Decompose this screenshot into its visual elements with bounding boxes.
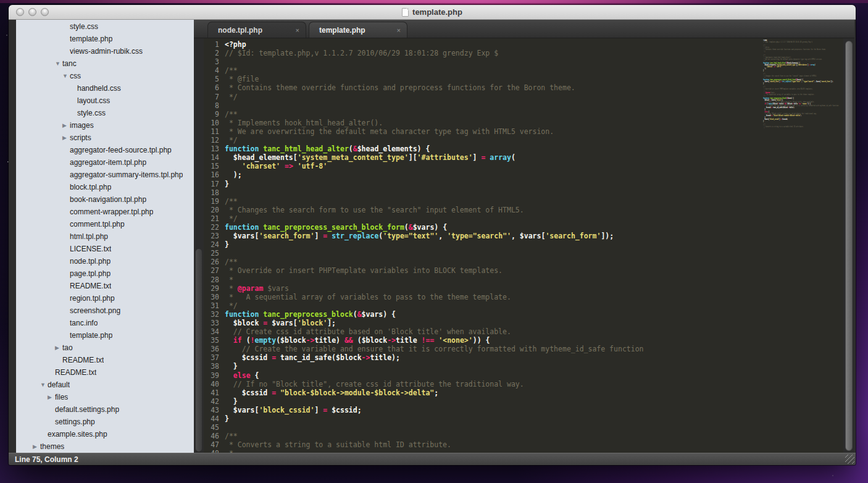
tree-item-label: node.tpl.php — [70, 257, 111, 266]
sidebar-folder-tanc[interactable]: ▼tanc — [16, 57, 194, 70]
sidebar-item-layout-css[interactable]: layout.css — [16, 94, 194, 107]
code-line-6: 6 * Contains theme override functions an… — [204, 83, 843, 92]
sidebar-item-comment-wrapper-tpl-php[interactable]: comment-wrapper.tpl.php — [16, 206, 194, 218]
line-number: 29 — [204, 284, 225, 293]
line-number: 1 — [204, 40, 225, 49]
disclosure-closed-icon[interactable]: ▶ — [62, 135, 70, 141]
line-number: 12 — [204, 136, 225, 145]
tab-node-tpl-php[interactable]: node.tpl.php× — [207, 22, 306, 38]
disclosure-closed-icon[interactable]: ▶ — [33, 443, 40, 450]
code-text — [225, 57, 229, 66]
line-number: 28 — [204, 275, 225, 284]
sidebar-item-license-txt[interactable]: LICENSE.txt — [16, 243, 194, 255]
code-text: * Converts a string to a suitable html I… — [225, 440, 451, 449]
code-line-19: 19/** — [204, 197, 843, 206]
sidebar-item-aggregator-feed-source-tpl-php[interactable]: aggregator-feed-source.tpl.php — [16, 144, 194, 156]
code-text: function tanc_preprocess_block(&$vars) { — [225, 310, 396, 319]
code-text: } — [225, 397, 238, 406]
disclosure-closed-icon[interactable]: ▶ — [48, 394, 55, 400]
tree-item-label: block.tpl.php — [70, 183, 111, 191]
editor-scrollbar-track[interactable] — [843, 38, 854, 453]
code-line-32: 32function tanc_preprocess_block(&$vars)… — [204, 310, 843, 319]
disclosure-open-icon[interactable]: ▼ — [62, 73, 70, 79]
sidebar-item-example-sites-php[interactable]: example.sites.php — [16, 428, 194, 440]
code-text: $cssid = "block-$block->module-$block->d… — [763, 114, 801, 116]
sidebar-scrollbar-track[interactable] — [194, 38, 204, 453]
sidebar-item-style-css[interactable]: style.css — [16, 107, 194, 119]
sidebar-scrollbar-thumb[interactable] — [196, 249, 202, 452]
code-text: ); — [225, 170, 242, 179]
tab-template-php[interactable]: template.php× — [309, 22, 407, 38]
disclosure-open-icon[interactable]: ▼ — [40, 382, 48, 388]
tree-item-label: style.css — [77, 109, 106, 117]
sidebar-item-html-tpl-php[interactable]: html.tpl.php — [16, 230, 194, 243]
line-number: 21 — [204, 214, 225, 223]
title-bar[interactable]: template.php — [9, 5, 856, 20]
code-line-3: 3 — [204, 57, 843, 66]
sidebar-item-book-navigation-tpl-php[interactable]: book-navigation.tpl.php — [16, 193, 194, 206]
wallpaper-top-glow — [0, 0, 868, 3]
sidebar-item-handheld-css[interactable]: handheld.css — [16, 82, 194, 94]
tree-item-label: LICENSE.txt — [70, 245, 111, 253]
tree-item-label: template.php — [70, 35, 112, 43]
sidebar-item-region-tpl-php[interactable]: region.tpl.php — [16, 292, 194, 304]
code-line-46: 46/** — [204, 432, 843, 440]
code-text: /** — [225, 66, 238, 75]
sidebar-item-node-tpl-php[interactable]: node.tpl.php — [16, 255, 194, 267]
file-tree-sidebar[interactable]: style.csstemplate.phpviews-admin-rubik.c… — [16, 20, 194, 453]
sidebar-folder-tao[interactable]: ▶tao — [16, 342, 194, 354]
sidebar-folder-themes[interactable]: ▶themes — [16, 440, 194, 453]
sidebar-item-tanc-info[interactable]: tanc.info — [16, 317, 194, 329]
tab-close-icon[interactable]: × — [296, 27, 299, 34]
line-number: 30 — [204, 293, 225, 301]
code-editor[interactable]: 1<?php2// $Id: template.php,v 1.1.2.7 20… — [204, 38, 843, 453]
sidebar-item-page-tpl-php[interactable]: page.tpl.php — [16, 267, 194, 280]
line-number: 17 — [204, 180, 225, 188]
code-line-22: 22function tanc_preprocess_search_block_… — [204, 223, 843, 232]
disclosure-open-icon[interactable]: ▼ — [55, 61, 62, 67]
code-text: */ — [225, 93, 238, 101]
sidebar-folder-files[interactable]: ▶files — [16, 391, 194, 403]
sidebar-item-screenshot-png[interactable]: screenshot.png — [16, 304, 194, 317]
line-number: 36 — [204, 345, 225, 353]
sidebar-item-aggregator-summary-items-tpl-php[interactable]: aggregator-summary-items.tpl.php — [16, 169, 194, 181]
code-line-2: 2// $Id: template.php,v 1.1.2.7 2010/06/… — [204, 49, 843, 57]
resize-grip[interactable] — [845, 455, 854, 464]
sidebar-folder-default[interactable]: ▼default — [16, 379, 194, 391]
sidebar-item-views-admin-rubik-css[interactable]: views-admin-rubik.css — [16, 45, 194, 57]
code-line-36: 36 // Create the variable and ensure tha… — [204, 345, 843, 353]
sidebar-item-readme-txt[interactable]: README.txt — [16, 280, 194, 292]
sidebar-folder-css[interactable]: ▼css — [16, 70, 194, 82]
line-number: 6 — [204, 83, 225, 92]
code-line-43: 43 $vars['block_cssid'] = $cssid; — [204, 406, 843, 414]
line-number: 26 — [204, 258, 225, 266]
sidebar-item-comment-tpl-php[interactable]: comment.tpl.php — [16, 218, 194, 230]
sidebar-item-template-php[interactable]: template.php — [16, 329, 194, 342]
minimap[interactable]: 1<?php2// $Id: template.php,v 1.1.2.7 20… — [763, 40, 842, 143]
editor-scrollbar-thumb[interactable] — [845, 41, 853, 451]
sidebar-item-readme-txt[interactable]: README.txt — [16, 366, 194, 379]
code-line-47: 47 * Converts a string to a suitable htm… — [204, 440, 843, 449]
tree-item-label: style.css — [70, 22, 98, 31]
code-text: $vars['block_cssid'] = $cssid; — [225, 406, 362, 414]
sidebar-item-readme-txt[interactable]: README.txt — [16, 354, 194, 366]
sidebar-item-default-settings-php[interactable]: default.settings.php — [16, 403, 194, 416]
sidebar-item-settings-php[interactable]: settings.php — [16, 416, 194, 428]
code-text — [225, 249, 229, 258]
sidebar-item-block-tpl-php[interactable]: block.tpl.php — [16, 181, 194, 193]
sidebar-folder-images[interactable]: ▶images — [16, 119, 194, 132]
disclosure-closed-icon[interactable]: ▶ — [62, 122, 70, 128]
code-text: */ — [225, 214, 238, 223]
sidebar-item-style-css[interactable]: style.css — [16, 20, 194, 33]
disclosure-closed-icon[interactable]: ▶ — [55, 345, 62, 351]
sidebar-item-aggregator-item-tpl-php[interactable]: aggregator-item.tpl.php — [16, 156, 194, 169]
tree-item-label: themes — [40, 442, 64, 451]
code-line-37: 37 $cssid = tanc_id_safe($block->title); — [204, 353, 843, 362]
tab-close-icon[interactable]: × — [397, 27, 401, 34]
code-text: $cssid = "block-$block->module-$block->d… — [225, 388, 438, 397]
tree-item-label: views-admin-rubik.css — [70, 47, 143, 56]
sidebar-item-template-php[interactable]: template.php — [16, 33, 194, 45]
tree-item-label: README.txt — [62, 356, 104, 364]
tree-item-label: README.txt — [55, 368, 96, 377]
sidebar-folder-scripts[interactable]: ▶scripts — [16, 132, 194, 144]
